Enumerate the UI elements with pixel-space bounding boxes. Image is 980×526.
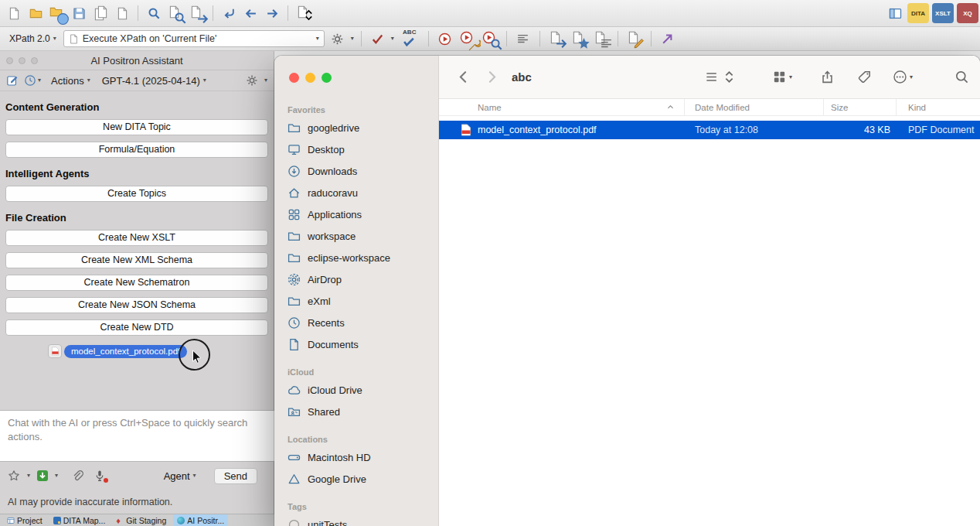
grid-group-icon <box>772 70 787 84</box>
column-header-date-modified[interactable]: Date Modified <box>685 99 824 115</box>
configure-transformation-icon[interactable] <box>458 29 477 48</box>
create-new-schematron-button[interactable]: Create New Schematron <box>5 275 268 291</box>
zoom-window-icon[interactable] <box>322 73 332 83</box>
sidebar-item-exml[interactable]: eXml <box>282 290 430 312</box>
validate-icon[interactable] <box>369 29 387 48</box>
open-folder-icon[interactable] <box>26 4 45 22</box>
find-replace-icon[interactable] <box>188 4 206 22</box>
forward-icon[interactable] <box>263 4 281 22</box>
dragged-file[interactable]: model_context_protocol.pdf <box>48 344 274 358</box>
sidebar-item-raducoravu[interactable]: raducoravu <box>282 182 430 203</box>
sidebar-item-desktop[interactable]: Desktop <box>282 138 430 160</box>
tab-ai-positron[interactable]: AI Positr... <box>173 514 228 526</box>
spell-check-icon[interactable]: ABC <box>398 29 421 48</box>
sidebar-item-macintosh-hd[interactable]: Macintosh HD <box>282 446 430 468</box>
column-header-name[interactable]: Name <box>439 99 685 115</box>
sidebar-item-google-drive[interactable]: Google Drive <box>282 468 430 490</box>
chevron-down-icon: ▾ <box>203 77 206 84</box>
tag-icon[interactable] <box>857 70 872 84</box>
refactoring-icon[interactable] <box>547 29 566 48</box>
send-button[interactable]: Send <box>214 468 257 484</box>
side-panel-icon[interactable] <box>886 4 904 22</box>
actions-dropdown[interactable]: Actions ▾ <box>51 75 90 87</box>
sidebar-item-icloud-drive[interactable]: iCloud Drive <box>282 379 430 401</box>
print-icon[interactable] <box>113 4 131 22</box>
column-header-kind[interactable]: Kind <box>897 99 980 115</box>
xpath-settings-gear-icon[interactable] <box>328 29 347 48</box>
agent-dropdown[interactable]: Agent ▾ <box>164 470 196 482</box>
history-dropdown[interactable]: ▾ <box>24 74 41 87</box>
create-new-json-schema-button[interactable]: Create New JSON Schema <box>5 297 268 313</box>
search-icon[interactable] <box>145 4 163 22</box>
back-icon[interactable] <box>241 4 260 22</box>
back-chevron-icon[interactable] <box>456 70 471 84</box>
chevron-down-icon[interactable]: ▾ <box>316 36 319 42</box>
chat-input[interactable]: Chat with the AI or press Ctrl+Space to … <box>0 410 274 462</box>
xslt-tool-button[interactable]: XSLT <box>932 3 954 23</box>
chevron-down-icon[interactable]: ▾ <box>351 36 354 42</box>
sidebar-item-documents[interactable]: Documents <box>282 333 430 355</box>
xquery-tool-button[interactable]: XQ <box>957 3 978 23</box>
document-icon <box>69 34 79 44</box>
more-actions-control[interactable]: ▾ <box>893 70 913 84</box>
create-new-xml-schema-button[interactable]: Create New XML Schema <box>5 252 268 268</box>
sidebar-item-airdrop[interactable]: AirDrop <box>282 268 430 290</box>
tab-project[interactable]: Project <box>3 514 46 526</box>
sidebar-item-unittests[interactable]: unitTests <box>282 514 430 526</box>
close-window-icon[interactable] <box>289 73 299 83</box>
search-icon[interactable] <box>954 70 969 84</box>
sidebar-item-workspace[interactable]: workspace <box>282 225 430 247</box>
chevron-down-icon[interactable]: ▾ <box>27 473 30 479</box>
new-dita-topic-button[interactable]: New DITA Topic <box>5 119 268 135</box>
model-dropdown[interactable]: GPT-4.1 (2025-04-14) ▾ <box>102 75 206 87</box>
save-all-icon[interactable] <box>91 4 110 22</box>
panel-menu-chevron-icon[interactable]: ▾ <box>264 77 267 84</box>
sidebar-item-label: workspace <box>308 231 356 242</box>
xpath-expression-combo[interactable]: Execute XPath on 'Current File' ▾ <box>63 30 325 47</box>
group-by-control[interactable]: ▾ <box>772 70 792 84</box>
chevron-down-icon[interactable]: ▾ <box>55 473 58 479</box>
debug-transformation-icon[interactable] <box>481 29 499 48</box>
file-row-selected[interactable]: model_context_protocol.pdf Today at 12:0… <box>439 121 980 139</box>
attach-paperclip-icon[interactable] <box>71 470 83 482</box>
create-new-xslt-button[interactable]: Create New XSLT <box>5 230 268 246</box>
dita-tool-button[interactable]: DITA <box>907 3 929 23</box>
chevron-down-icon[interactable]: ▾ <box>391 36 394 42</box>
tab-git-staging[interactable]: ♦ Git Staging <box>112 514 170 526</box>
sidebar-item-shared[interactable]: Shared <box>282 401 430 422</box>
external-tools-icon[interactable] <box>658 29 677 48</box>
compare-files-icon[interactable] <box>294 4 313 22</box>
chevron-down-icon: ▾ <box>193 473 196 479</box>
sidebar-item-recents[interactable]: Recents <box>282 312 430 333</box>
apply-transformation-icon[interactable] <box>436 29 454 48</box>
associate-schema-icon[interactable] <box>570 29 588 48</box>
find-in-files-icon[interactable] <box>166 4 185 22</box>
edit-attributes-icon[interactable] <box>625 29 644 48</box>
column-header-size[interactable]: Size <box>824 99 897 115</box>
forward-chevron-icon[interactable] <box>485 70 499 84</box>
settings-gear-icon[interactable] <box>246 74 258 87</box>
new-document-icon[interactable] <box>5 4 23 22</box>
favorites-star-icon[interactable] <box>8 470 20 482</box>
microphone-button[interactable] <box>94 470 106 482</box>
sidebar-item-applications[interactable]: Applications <box>282 203 430 225</box>
outline-icon[interactable] <box>592 29 611 48</box>
chevron-down-icon: ▾ <box>910 74 913 80</box>
new-chat-icon[interactable] <box>6 74 19 87</box>
sidebar-item-downloads[interactable]: Downloads <box>282 160 430 182</box>
save-icon[interactable] <box>70 4 88 22</box>
formula-equation-button[interactable]: Formula/Equation <box>5 142 268 158</box>
open-url-icon[interactable] <box>48 4 66 22</box>
tab-dita-maps[interactable]: DITA Map... <box>49 514 110 526</box>
sidebar-item-eclipse-workspace[interactable]: eclipse-workspace <box>282 247 430 268</box>
format-indent-icon[interactable] <box>514 29 533 48</box>
share-icon[interactable] <box>820 70 835 84</box>
last-edit-location-icon[interactable] <box>219 4 238 22</box>
view-options-control[interactable] <box>705 70 737 84</box>
insert-context-icon[interactable] <box>37 470 48 481</box>
minimize-window-icon[interactable] <box>305 73 315 83</box>
create-topics-button[interactable]: Create Topics <box>5 186 268 202</box>
xpath-version-select[interactable]: XPath 2.0 ▾ <box>6 32 60 46</box>
create-new-dtd-button[interactable]: Create New DTD <box>5 319 268 336</box>
sidebar-item-googledrive[interactable]: googledrive <box>282 117 430 138</box>
